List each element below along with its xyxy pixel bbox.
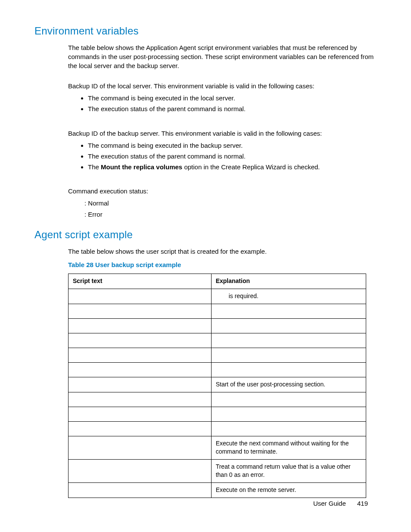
table-row — [68, 363, 366, 377]
cell-explanation: Treat a command return value that is a v… — [211, 459, 366, 482]
env-status-items: : Normal : Error — [84, 198, 377, 220]
env-body: The table below shows the Application Ag… — [68, 43, 377, 220]
th-script-text: Script text — [68, 274, 212, 289]
cell-script — [68, 392, 212, 407]
env-backup-line: Backup ID of the backup server. This env… — [68, 129, 377, 138]
table-body: is required.Start of the user post-proce… — [68, 289, 366, 498]
env-local-line: Backup ID of the local server. This envi… — [68, 81, 377, 90]
heading-agent-script-example: Agent script example — [34, 229, 377, 241]
cell-script — [68, 436, 212, 460]
env-status-line: Command execution status: — [68, 187, 377, 196]
footer-label: User Guide — [313, 500, 346, 507]
cell-script — [68, 407, 212, 422]
table-row — [68, 333, 366, 348]
heading-environment-variables: Environment variables — [34, 25, 377, 37]
cell-script — [68, 304, 212, 319]
table-row — [68, 392, 366, 407]
list-item: The execution status of the parent comma… — [88, 104, 377, 115]
cell-explanation — [211, 422, 366, 436]
cell-explanation — [211, 333, 366, 348]
list-item: The command is being executed in the bac… — [88, 140, 377, 151]
cell-explanation — [211, 348, 366, 363]
table-row — [68, 319, 366, 333]
cell-script — [68, 422, 212, 436]
table-row — [68, 304, 366, 319]
table-header-row: Script text Explanation — [68, 274, 366, 289]
env-local-bullets: The command is being executed in the loc… — [88, 93, 377, 115]
list-item: The Mount the replica volumes option in … — [88, 162, 377, 173]
cell-explanation — [211, 407, 366, 422]
table-caption: Table 28 User backup script example — [68, 260, 377, 269]
bold-text: Mount the replica volumes — [101, 163, 182, 171]
cell-script — [68, 319, 212, 333]
cell-script — [68, 459, 212, 482]
cell-script — [68, 377, 212, 392]
cell-explanation: Execute the next command without waiting… — [211, 436, 366, 460]
cell-explanation — [211, 392, 366, 407]
cell-script — [68, 289, 212, 304]
list-item: : Error — [84, 209, 377, 220]
table-row — [68, 422, 366, 436]
cell-explanation — [211, 363, 366, 377]
list-item: : Normal — [84, 198, 377, 209]
agent-body: The table below shows the user script th… — [68, 247, 377, 498]
table-row — [68, 407, 366, 422]
cell-script — [68, 363, 212, 377]
cell-explanation: Execute on the remote server. — [211, 482, 366, 498]
table-row: Execute the next command without waiting… — [68, 436, 366, 460]
table-row — [68, 348, 366, 363]
cell-explanation — [211, 304, 366, 319]
cell-script — [68, 482, 212, 498]
list-item: The execution status of the parent comma… — [88, 151, 377, 162]
table-row: Start of the user post-processing sectio… — [68, 377, 366, 392]
page-footer: User Guide 419 — [313, 500, 368, 507]
cell-script — [68, 348, 212, 363]
env-backup-bullets: The command is being executed in the bac… — [88, 140, 377, 173]
table-row: is required. — [68, 289, 366, 304]
text: The — [88, 163, 101, 171]
footer-page-number: 419 — [357, 500, 368, 507]
cell-script — [68, 333, 212, 348]
env-intro: The table below shows the Application Ag… — [68, 43, 377, 70]
text: option in the Create Replica Wizard is c… — [182, 163, 320, 171]
cell-explanation: is required. — [211, 289, 366, 304]
list-item: The command is being executed in the loc… — [88, 93, 377, 104]
table-row: Treat a command return value that is a v… — [68, 459, 366, 482]
cell-explanation — [211, 319, 366, 333]
agent-intro: The table below shows the user script th… — [68, 247, 377, 256]
table-row: Execute on the remote server. — [68, 482, 366, 498]
script-table: Script text Explanation is required.Star… — [68, 274, 366, 498]
th-explanation: Explanation — [211, 274, 366, 289]
cell-explanation: Start of the user post-processing sectio… — [211, 377, 366, 392]
